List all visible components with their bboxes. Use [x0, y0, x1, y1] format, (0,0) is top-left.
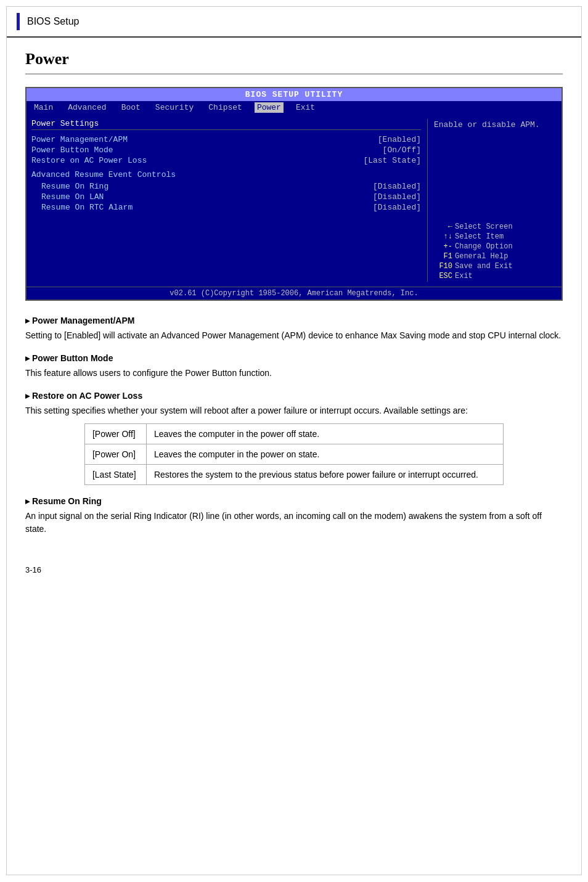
bios-help-text: Enable or disable APM.	[434, 119, 557, 223]
bios-menu-main[interactable]: Main	[31, 102, 55, 113]
doc-text-resume-on-ring: An input signal on the serial Ring Indic…	[25, 510, 563, 536]
bios-row-power-button: Power Button Mode [On/Off]	[31, 145, 421, 155]
doc-section-power-button-mode: Power Button Mode This feature allows us…	[25, 353, 563, 380]
table-row-last-state: [Last State] Restores the system to the …	[84, 465, 503, 485]
bios-key-row-esc: ESC Exit	[434, 272, 557, 280]
header-accent	[17, 13, 20, 30]
doc-section-restore-ac: Restore on AC Power Loss This setting sp…	[25, 391, 563, 485]
bios-right-panel: Enable or disable APM. ← Select Screen ↑…	[427, 119, 557, 282]
bios-value-resume-lan: [Disabled]	[373, 192, 421, 202]
page-footer: 3-16	[7, 559, 581, 581]
bios-menu-bar[interactable]: Main Advanced Boot Security Chipset Powe…	[27, 101, 561, 114]
bios-label-power-mgmt: Power Management/APM	[31, 135, 128, 144]
doc-section-power-management-apm: Power Management/APM Setting to [Enabled…	[25, 316, 563, 342]
bios-key-desc-general-help: General Help	[455, 252, 508, 261]
bios-value-restore-ac: [Last State]	[363, 156, 421, 165]
bios-key-desc-select-screen: Select Screen	[455, 223, 513, 231]
bios-menu-advanced[interactable]: Advanced	[65, 102, 108, 113]
doc-section-resume-on-ring: Resume On Ring An input signal on the se…	[25, 496, 563, 536]
bios-row-resume-ring: Resume On Ring [Disabled]	[31, 182, 421, 191]
bios-footer-text: v02.61 (C)Copyright 1985-2006, American …	[169, 289, 418, 298]
bios-keys: ← Select Screen ↑↓ Select Item +- Change…	[434, 223, 557, 282]
bios-menu-exit[interactable]: Exit	[293, 102, 317, 113]
bios-key-desc-save-exit: Save and Exit	[455, 262, 513, 271]
table-row-power-off: [Power Off] Leaves the computer in the p…	[84, 424, 503, 444]
table-cell-power-on-desc: Leaves the computer in the power on stat…	[146, 444, 503, 465]
bios-row-resume-rtc: Resume On RTC Alarm [Disabled]	[31, 203, 421, 212]
bios-value-power-mgmt: [Enabled]	[378, 135, 421, 144]
bios-key-desc-esc: Exit	[455, 272, 473, 280]
bios-key-esc: ESC	[434, 272, 452, 280]
header-title: BIOS Setup	[27, 16, 80, 27]
doc-heading-restore-ac: Restore on AC Power Loss	[25, 391, 563, 401]
bios-title-text: BIOS SETUP UTILITY	[245, 90, 343, 99]
bios-row-resume-lan: Resume On LAN [Disabled]	[31, 192, 421, 202]
table-cell-power-off-desc: Leaves the computer in the power off sta…	[146, 424, 503, 444]
bios-value-resume-rtc: [Disabled]	[373, 203, 421, 212]
bios-row-restore-ac: Restore on AC Power Loss [Last State]	[31, 156, 421, 165]
doc-heading-resume-on-ring: Resume On Ring	[25, 496, 563, 506]
header: BIOS Setup	[7, 7, 581, 38]
page-title: Power	[25, 50, 563, 75]
table-cell-last-state-setting: [Last State]	[84, 465, 146, 485]
bios-key-arrow: ←	[434, 223, 452, 231]
bios-key-row-select-screen: ← Select Screen	[434, 223, 557, 231]
bios-label-resume-rtc: Resume On RTC Alarm	[31, 203, 133, 212]
bios-menu-chipset[interactable]: Chipset	[206, 102, 245, 113]
table-cell-power-on-setting: [Power On]	[84, 444, 146, 465]
doc-heading-power-button-mode: Power Button Mode	[25, 353, 563, 363]
bios-key-f1: F1	[434, 252, 452, 261]
bios-label-restore-ac: Restore on AC Power Loss	[31, 156, 147, 165]
bios-title-bar: BIOS SETUP UTILITY	[27, 88, 561, 101]
bios-value-resume-ring: [Disabled]	[373, 182, 421, 191]
bios-value-power-button: [On/Off]	[383, 145, 421, 155]
bios-body: Power Settings Power Management/APM [Ena…	[27, 114, 561, 287]
table-cell-power-off-setting: [Power Off]	[84, 424, 146, 444]
bios-row-power-mgmt: Power Management/APM [Enabled]	[31, 135, 421, 144]
bios-label-resume-ring: Resume On Ring	[31, 182, 108, 191]
bios-key-desc-change-option: Change Option	[455, 242, 513, 251]
bios-left-panel: Power Settings Power Management/APM [Ena…	[31, 119, 427, 282]
bios-label-resume-lan: Resume On LAN	[31, 192, 104, 202]
bios-section-title: Power Settings	[31, 119, 421, 130]
bios-key-row-general-help: F1 General Help	[434, 252, 557, 261]
bios-key-row-change-option: +- Change Option	[434, 242, 557, 251]
table-row-power-on: [Power On] Leaves the computer in the po…	[84, 444, 503, 465]
bios-footer: v02.61 (C)Copyright 1985-2006, American …	[27, 287, 561, 300]
page-number: 3-16	[25, 565, 41, 574]
settings-table: [Power Off] Leaves the computer in the p…	[84, 423, 504, 485]
doc-text-power-management-apm: Setting to [Enabled] will activate an Ad…	[25, 329, 563, 342]
bios-subsection: Advanced Resume Event Controls	[31, 170, 421, 179]
bios-key-row-select-item: ↑↓ Select Item	[434, 232, 557, 241]
bios-key-updown: ↑↓	[434, 232, 452, 241]
bios-menu-power[interactable]: Power	[255, 102, 284, 113]
doc-text-restore-ac: This setting specifies whether your syst…	[25, 404, 563, 417]
table-cell-last-state-desc: Restores the system to the previous stat…	[146, 465, 503, 485]
bios-key-desc-select-item: Select Item	[455, 232, 504, 241]
bios-menu-security[interactable]: Security	[153, 102, 196, 113]
doc-heading-power-management-apm: Power Management/APM	[25, 316, 563, 325]
bios-key-plusminus: +-	[434, 242, 452, 251]
bios-menu-boot[interactable]: Boot	[119, 102, 143, 113]
bios-screen: BIOS SETUP UTILITY Main Advanced Boot Se…	[25, 87, 563, 301]
bios-key-row-save-exit: F10 Save and Exit	[434, 262, 557, 271]
doc-text-power-button-mode: This feature allows users to configure t…	[25, 367, 563, 380]
bios-label-power-button: Power Button Mode	[31, 145, 113, 155]
bios-key-f10: F10	[434, 262, 452, 271]
